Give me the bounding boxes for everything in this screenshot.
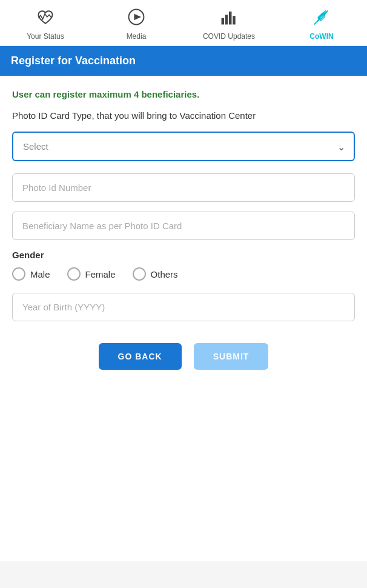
instruction-text: Photo ID Card Type, that you will bring … (12, 109, 355, 122)
syringe-icon (312, 7, 331, 30)
year-of-birth-input[interactable] (12, 293, 355, 321)
svg-rect-4 (229, 12, 231, 24)
svg-rect-2 (222, 18, 224, 25)
top-nav: Your Status Media COVID Updates (0, 0, 367, 46)
gender-others-option[interactable]: Others (133, 267, 178, 281)
photo-id-number-input[interactable] (12, 173, 355, 202)
radio-female-icon (67, 267, 81, 281)
id-type-select-wrapper: Select Aadhaar Card PAN Card Passport Dr… (12, 132, 355, 161)
info-text: User can register maximum 4 beneficiarie… (12, 88, 355, 101)
button-row: GO BACK SUBMIT (12, 343, 355, 370)
radio-male-icon (12, 267, 25, 281)
nav-label-covid-updates: COVID Updates (203, 32, 255, 41)
nav-item-cowin[interactable]: CoWIN (297, 7, 346, 41)
beneficiary-name-input[interactable] (12, 212, 355, 240)
gender-others-label: Others (151, 269, 178, 279)
gender-female-label: Female (85, 269, 116, 279)
gender-female-option[interactable]: Female (67, 267, 116, 281)
nav-item-your-status[interactable]: Your Status (21, 7, 70, 41)
nav-label-your-status: Your Status (27, 32, 64, 41)
gender-options: Male Female Others (12, 267, 355, 281)
svg-rect-3 (225, 15, 228, 24)
nav-label-media: Media (127, 32, 147, 41)
radio-others-icon (133, 267, 146, 281)
play-circle-icon (127, 7, 146, 30)
bar-chart-icon (219, 7, 239, 30)
go-back-button[interactable]: GO BACK (99, 343, 182, 370)
main-content: User can register maximum 4 beneficiarie… (0, 76, 367, 561)
svg-rect-5 (233, 16, 235, 24)
gender-label: Gender (12, 250, 355, 260)
heart-monitor-icon (36, 7, 55, 30)
gender-male-label: Male (30, 269, 50, 279)
submit-button[interactable]: SUBMIT (194, 343, 269, 370)
nav-label-cowin: CoWIN (309, 32, 333, 41)
svg-line-9 (314, 22, 317, 25)
gender-male-option[interactable]: Male (12, 267, 50, 281)
nav-item-media[interactable]: Media (112, 7, 160, 41)
svg-marker-1 (134, 14, 141, 21)
nav-item-covid-updates[interactable]: COVID Updates (203, 7, 255, 41)
section-header: Register for Vaccination (0, 46, 367, 76)
id-type-select[interactable]: Select Aadhaar Card PAN Card Passport Dr… (12, 132, 355, 161)
